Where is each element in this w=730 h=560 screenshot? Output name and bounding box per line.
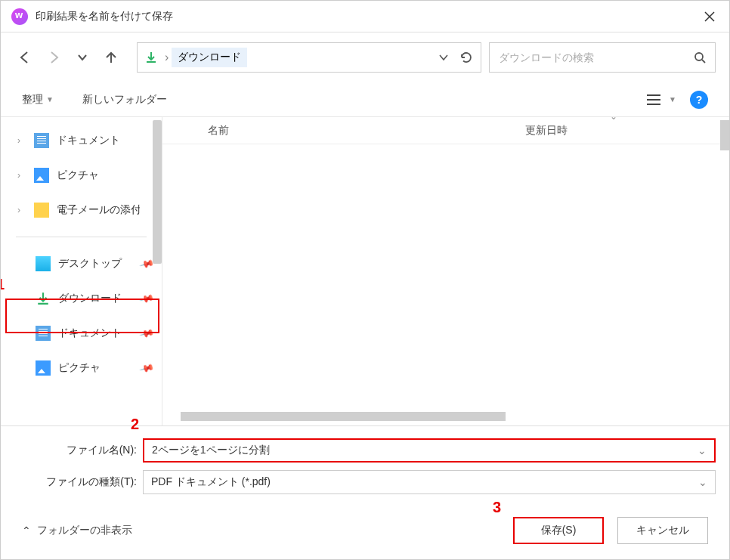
close-button[interactable]: [701, 11, 719, 23]
sidebar-item-label: ダウンロード: [58, 292, 122, 305]
address-bar[interactable]: › ダウンロード: [137, 42, 481, 73]
nav-toolbar: › ダウンロード: [1, 32, 729, 82]
filename-label: ファイル名(N):: [14, 444, 143, 457]
sidebar-item-downloads[interactable]: ダウンロード 📌: [1, 281, 162, 316]
pin-icon: 📌: [138, 360, 154, 376]
filetype-label: ファイルの種類(T):: [14, 475, 143, 489]
file-list: 名前 更新日時 ⌄: [162, 117, 729, 425]
back-button[interactable]: [14, 47, 36, 68]
download-icon: [145, 51, 157, 63]
sidebar-item-email[interactable]: › 電子メールの添付: [1, 193, 162, 227]
svg-point-0: [695, 53, 703, 60]
filename-row: ファイル名(N): 2ページを1ページに分割 ⌄: [14, 438, 716, 463]
search-icon[interactable]: [694, 51, 706, 63]
sidebar-item-desktop[interactable]: デスクトップ 📌: [1, 246, 162, 281]
filename-value: 2ページを1ページに分割: [152, 444, 270, 457]
title-bar: 印刷結果を名前を付けて保存: [1, 1, 729, 32]
help-button[interactable]: ?: [690, 91, 708, 109]
search-box[interactable]: [489, 42, 716, 73]
search-input[interactable]: [499, 51, 694, 63]
recent-dropdown[interactable]: [72, 47, 93, 68]
filetype-value: PDF ドキュメント (*.pdf): [151, 475, 271, 489]
chevron-down-icon[interactable]: ⌄: [698, 476, 707, 488]
filetype-row: ファイルの種類(T): PDF ドキュメント (*.pdf) ⌄: [14, 470, 716, 494]
up-button[interactable]: [101, 47, 122, 68]
address-expand[interactable]: [438, 52, 449, 63]
list-header: 名前 更新日時 ⌄: [162, 117, 729, 144]
app-icon: [11, 8, 28, 25]
pin-icon: 📌: [138, 291, 154, 307]
breadcrumb-sep: ›: [165, 51, 169, 64]
footer: ⌃ フォルダーの非表示 3 保存(S) キャンセル: [1, 502, 729, 559]
sidebar-item-label: ピクチャ: [57, 169, 99, 182]
new-folder-button[interactable]: 新しいフォルダー: [82, 93, 167, 107]
sub-toolbar: 整理 ▼ 新しいフォルダー ▼ ?: [1, 82, 729, 117]
filename-input[interactable]: 2ページを1ページに分割 ⌄: [143, 438, 716, 463]
document-icon: [34, 133, 49, 148]
hide-folders-button[interactable]: ⌃ フォルダーの非表示: [22, 524, 132, 537]
sidebar-item-label: デスクトップ: [58, 257, 122, 271]
chevron-up-icon: ⌃: [22, 524, 31, 537]
refresh-button[interactable]: [459, 51, 473, 64]
sidebar-item-label: ドキュメント: [57, 134, 120, 147]
sidebar-item-documents[interactable]: › ドキュメント: [1, 123, 162, 158]
forward-button[interactable]: [43, 47, 64, 68]
sidebar-item-pictures[interactable]: › ピクチャ: [1, 158, 162, 193]
sidebar-divider: [16, 237, 147, 237]
sidebar-scrollbar[interactable]: [153, 120, 162, 264]
folder-icon: [34, 203, 49, 218]
chevron-down-icon[interactable]: ⌄: [698, 444, 707, 456]
list-hscrollbar[interactable]: [181, 412, 506, 421]
chevron-icon: ›: [17, 170, 25, 181]
sort-indicator: ⌄: [610, 117, 617, 122]
chevron-icon: ›: [17, 205, 25, 215]
download-icon: [36, 291, 51, 306]
view-mode-button[interactable]: ▼: [646, 94, 676, 106]
picture-icon: [34, 168, 49, 183]
list-vscrollbar[interactable]: [720, 120, 729, 150]
window-title: 印刷結果を名前を付けて保存: [36, 10, 701, 23]
organize-button[interactable]: 整理 ▼: [22, 93, 54, 107]
annotation-3: 3: [493, 499, 501, 516]
column-date[interactable]: 更新日時: [525, 124, 568, 138]
sidebar-item-documents-pinned[interactable]: ドキュメント 📌: [1, 316, 162, 351]
document-icon: [36, 326, 51, 341]
chevron-icon: ›: [17, 135, 25, 146]
sidebar: › ドキュメント › ピクチャ › 電子メールの添付 デスクトップ 📌 ダウンロ…: [1, 117, 162, 425]
sidebar-item-pictures-pinned[interactable]: ピクチャ 📌: [1, 351, 162, 385]
sidebar-item-label: ピクチャ: [58, 361, 101, 375]
sidebar-item-label: ドキュメント: [58, 326, 122, 340]
picture-icon: [36, 360, 51, 376]
cancel-button[interactable]: キャンセル: [617, 517, 708, 544]
filetype-select[interactable]: PDF ドキュメント (*.pdf) ⌄: [143, 470, 716, 494]
breadcrumb-current[interactable]: ダウンロード: [172, 48, 247, 67]
main-area: › ドキュメント › ピクチャ › 電子メールの添付 デスクトップ 📌 ダウンロ…: [1, 117, 729, 425]
bottom-section: 2 ファイル名(N): 2ページを1ページに分割 ⌄ ファイルの種類(T): P…: [1, 425, 729, 502]
save-button[interactable]: 保存(S): [513, 517, 604, 544]
column-name[interactable]: 名前: [162, 124, 229, 138]
pin-icon: 📌: [138, 326, 154, 342]
sidebar-item-label: 電子メールの添付: [57, 203, 140, 217]
desktop-icon: [36, 256, 51, 271]
